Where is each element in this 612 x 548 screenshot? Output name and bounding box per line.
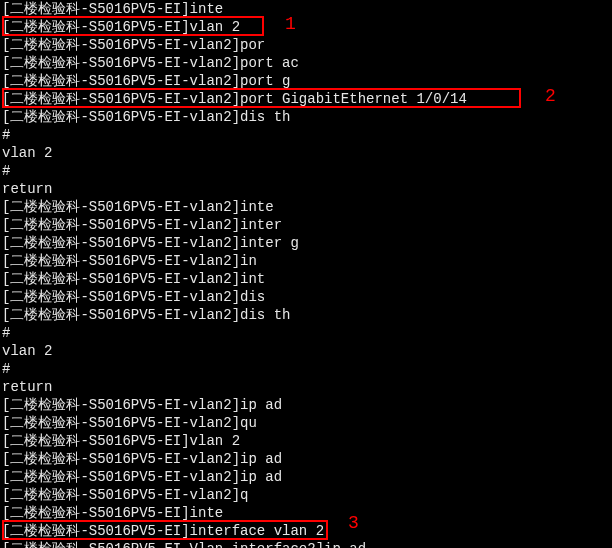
terminal-line: [二楼检验科-S5016PV5-EI-vlan2]qu — [2, 414, 610, 432]
terminal-line: [二楼检验科-S5016PV5-EI]vlan 2 — [2, 18, 610, 36]
terminal-line: [二楼检验科-S5016PV5-EI-Vlan-interface2]ip ad — [2, 540, 610, 548]
terminal-line: [二楼检验科-S5016PV5-EI-vlan2]inter g — [2, 234, 610, 252]
terminal-line: [二楼检验科-S5016PV5-EI-vlan2]por — [2, 36, 610, 54]
terminal-line: # — [2, 126, 610, 144]
terminal-line: [二楼检验科-S5016PV5-EI-vlan2]q — [2, 486, 610, 504]
terminal-line: [二楼检验科-S5016PV5-EI-vlan2]in — [2, 252, 610, 270]
terminal-line: [二楼检验科-S5016PV5-EI-vlan2]ip ad — [2, 450, 610, 468]
terminal-line: [二楼检验科-S5016PV5-EI]inte — [2, 0, 610, 18]
terminal-line: [二楼检验科-S5016PV5-EI-vlan2]port GigabitEth… — [2, 90, 610, 108]
terminal-line: return — [2, 180, 610, 198]
terminal-line: # — [2, 360, 610, 378]
terminal-line: vlan 2 — [2, 342, 610, 360]
terminal-line: [二楼检验科-S5016PV5-EI-vlan2]ip ad — [2, 396, 610, 414]
terminal-line: [二楼检验科-S5016PV5-EI-vlan2]inte — [2, 198, 610, 216]
terminal-line: vlan 2 — [2, 144, 610, 162]
terminal-line: [二楼检验科-S5016PV5-EI]vlan 2 — [2, 432, 610, 450]
terminal-line: return — [2, 378, 610, 396]
terminal-line: # — [2, 162, 610, 180]
terminal-line: [二楼检验科-S5016PV5-EI-vlan2]inter — [2, 216, 610, 234]
terminal-line: [二楼检验科-S5016PV5-EI-vlan2]ip ad — [2, 468, 610, 486]
terminal-line: [二楼检验科-S5016PV5-EI-vlan2]port g — [2, 72, 610, 90]
terminal-output[interactable]: [二楼检验科-S5016PV5-EI]inte[二楼检验科-S5016PV5-E… — [0, 0, 612, 548]
terminal-line: [二楼检验科-S5016PV5-EI-vlan2]dis th — [2, 108, 610, 126]
terminal-line: [二楼检验科-S5016PV5-EI]inte — [2, 504, 610, 522]
terminal-line: # — [2, 324, 610, 342]
terminal-line: [二楼检验科-S5016PV5-EI-vlan2]int — [2, 270, 610, 288]
terminal-line: [二楼检验科-S5016PV5-EI-vlan2]dis — [2, 288, 610, 306]
terminal-line: [二楼检验科-S5016PV5-EI-vlan2]dis th — [2, 306, 610, 324]
terminal-line: [二楼检验科-S5016PV5-EI]interface vlan 2 — [2, 522, 610, 540]
terminal-line: [二楼检验科-S5016PV5-EI-vlan2]port ac — [2, 54, 610, 72]
